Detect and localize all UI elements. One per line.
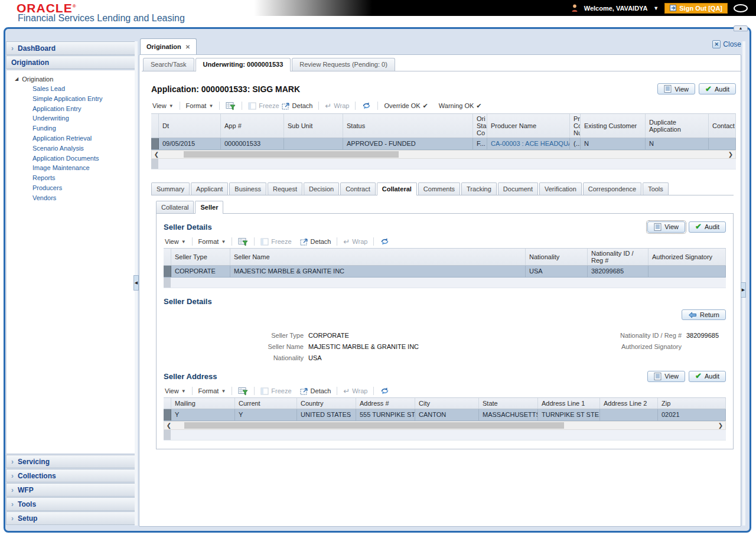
address-row-selected[interactable]: Y Y UNITED STATES 555 TURNPIKE ST CANTON… — [164, 409, 726, 421]
detach-button[interactable]: Detach — [299, 387, 333, 395]
scroll-left-icon[interactable]: ❮ — [164, 422, 174, 429]
refresh-icon[interactable] — [379, 387, 391, 395]
tab-tracking[interactable]: Tracking — [461, 182, 497, 195]
seller-address-hscrollbar[interactable]: ❮ ❯ — [164, 421, 726, 430]
detach-button[interactable]: Detach — [281, 102, 314, 110]
tab-summary[interactable]: Summary — [151, 182, 190, 195]
sidebar-item-setup[interactable]: ›Setup — [6, 511, 136, 525]
warning-ok-toggle[interactable]: Warning OK✔ — [438, 102, 483, 110]
tab-applicant[interactable]: Applicant — [191, 182, 228, 195]
audit-button[interactable]: ✔ Audit — [689, 221, 726, 233]
welcome-user-menu[interactable]: Welcome, VAVAIDYA — [584, 5, 648, 12]
col-zip[interactable]: Zip — [658, 398, 726, 409]
sidebar-item-servicing[interactable]: ›Servicing — [6, 455, 136, 468]
refresh-icon[interactable] — [379, 237, 391, 246]
col-address-number[interactable]: Address # — [356, 398, 415, 409]
tab-decision[interactable]: Decision — [304, 182, 339, 195]
col-sub-unit[interactable]: Sub Unit — [284, 114, 343, 138]
col-seller-name[interactable]: Seller Name — [230, 249, 526, 265]
tab-document[interactable]: Document — [498, 182, 538, 195]
scroll-thumb[interactable] — [184, 422, 564, 429]
application-grid-hscrollbar[interactable]: ❮ ❯ — [151, 150, 736, 159]
scroll-left-icon[interactable]: ❮ — [152, 151, 161, 158]
view-button[interactable]: View — [647, 371, 685, 382]
producer-link[interactable]: CA-00003 : ACE HEADQUA... — [491, 140, 570, 147]
col-address-line-2[interactable]: Address Line 2 — [600, 398, 658, 409]
col-prc-co-nu[interactable]: Prc Co Nu — [570, 114, 581, 138]
format-menu[interactable]: Format▼ — [197, 238, 227, 245]
col-app-number[interactable]: App # — [221, 114, 284, 138]
tree-item-image-maintenance[interactable]: Image Maintenance — [6, 163, 135, 173]
tree-item-funding[interactable]: Funding — [6, 123, 135, 133]
tab-verification[interactable]: Verification — [539, 182, 582, 195]
col-duplicate-application[interactable]: Duplicate Application — [646, 114, 709, 138]
row-selector[interactable] — [164, 409, 171, 420]
sign-out-button[interactable]: Sign Out [QA] — [664, 3, 728, 14]
row-selector[interactable] — [164, 266, 171, 277]
tab-underwriting[interactable]: Underwriting: 0000001533 — [195, 58, 291, 71]
col-ori-sta-co[interactable]: Ori Sta Co — [473, 114, 487, 138]
tab-review-requests[interactable]: Review Requests (Pending: 0) — [292, 58, 395, 71]
sidebar-item-dashboard[interactable]: › DashBoard — [6, 41, 136, 55]
col-dt[interactable]: Dt — [159, 114, 221, 138]
format-menu[interactable]: Format▼ — [185, 102, 215, 109]
scroll-right-icon[interactable]: ❯ — [716, 422, 725, 429]
detach-button[interactable]: Detach — [299, 238, 333, 246]
scroll-track[interactable] — [161, 151, 726, 158]
tree-item-application-entry[interactable]: Application Entry — [6, 104, 135, 114]
view-button[interactable]: View — [647, 221, 685, 233]
col-status[interactable]: Status — [343, 114, 473, 138]
tree-item-vendors[interactable]: Vendors — [6, 193, 135, 203]
scroll-thumb[interactable] — [184, 151, 398, 158]
col-address-line-1[interactable]: Address Line 1 — [538, 398, 600, 409]
col-contact[interactable]: Contact — [709, 114, 736, 138]
tree-item-sales-lead[interactable]: Sales Lead — [6, 84, 135, 94]
tab-search-task[interactable]: Search/Task — [143, 58, 194, 71]
tree-node-origination[interactable]: ◢ Origination — [6, 74, 135, 84]
col-state[interactable]: State — [479, 398, 538, 409]
refresh-icon[interactable] — [360, 102, 373, 110]
col-mailing[interactable]: Mailing — [171, 398, 235, 409]
subtab-collateral[interactable]: Collateral — [156, 201, 194, 213]
sidebar-item-tools[interactable]: ›Tools — [6, 497, 136, 511]
override-ok-toggle[interactable]: Override OK✔ — [383, 102, 429, 110]
right-splitter-handle[interactable]: ▶ — [741, 282, 746, 298]
sidebar-item-wfp[interactable]: ›WFP — [6, 483, 136, 497]
col-country[interactable]: Country — [297, 398, 356, 409]
tab-correspondence[interactable]: Correspondence — [583, 182, 641, 195]
top-collapse-handle[interactable]: ▲ — [734, 25, 748, 31]
audit-button[interactable]: ✔ Audit — [689, 371, 726, 382]
format-menu[interactable]: Format▼ — [197, 387, 227, 394]
col-seller-type[interactable]: Seller Type — [171, 249, 230, 265]
tab-tools[interactable]: Tools — [643, 182, 669, 195]
tree-item-reports[interactable]: Reports — [6, 173, 135, 183]
tab-comments[interactable]: Comments — [418, 182, 460, 195]
tab-collateral[interactable]: Collateral — [377, 182, 417, 195]
view-menu[interactable]: View▼ — [164, 387, 187, 394]
col-authorized-signatory[interactable]: Authorized Signatory — [649, 249, 726, 265]
sidebar-item-collections[interactable]: ›Collections — [6, 469, 136, 482]
scroll-right-icon[interactable]: ❯ — [726, 151, 735, 158]
export-to-excel-icon[interactable] — [237, 237, 249, 246]
tree-item-simple-application-entry[interactable]: Simple Application Entry — [6, 94, 135, 104]
return-button[interactable]: Return — [682, 309, 726, 320]
view-menu[interactable]: View▼ — [164, 238, 187, 245]
tree-item-producers[interactable]: Producers — [6, 183, 135, 193]
tree-item-application-retrieval[interactable]: Application Retrieval — [6, 133, 135, 143]
view-button[interactable]: View — [657, 83, 695, 94]
tab-contract[interactable]: Contract — [340, 182, 376, 195]
export-to-excel-icon[interactable] — [237, 387, 249, 396]
col-current[interactable]: Current — [235, 398, 297, 409]
export-to-excel-icon[interactable] — [224, 102, 237, 110]
tree-expanded-icon[interactable]: ◢ — [15, 76, 18, 81]
tab-origination[interactable]: Origination ✕ — [140, 38, 197, 54]
seller-row-selected[interactable]: CORPORATE MAJESTIC MARBLE & GRANITE INC … — [164, 266, 726, 278]
close-tab-icon[interactable]: ✕ — [185, 44, 190, 50]
col-existing-customer[interactable]: Existing Customer — [581, 114, 646, 138]
col-city[interactable]: City — [415, 398, 479, 409]
tree-item-application-documents[interactable]: Application Documents — [6, 154, 135, 164]
col-nationality-id[interactable]: Nationality ID / Reg # — [588, 249, 649, 265]
view-menu[interactable]: View▼ — [151, 102, 175, 109]
tree-item-underwriting[interactable]: Underwriting — [6, 113, 135, 123]
sidebar-item-origination[interactable]: Origination — [6, 56, 136, 69]
